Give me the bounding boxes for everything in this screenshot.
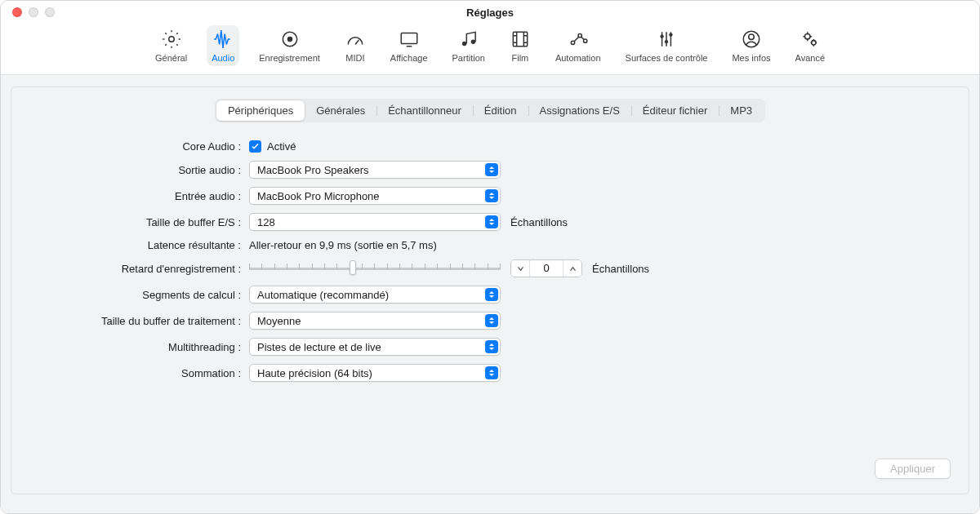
tab-sampler[interactable]: Échantillonneur <box>376 100 473 121</box>
slider-thumb[interactable] <box>350 260 356 275</box>
core-audio-toggle[interactable]: Activé <box>249 140 296 153</box>
toolbar-label: Avancé <box>795 53 826 63</box>
toolbar-item-display[interactable]: Affichage <box>385 25 433 66</box>
label-input-device: Entrée audio : <box>41 190 249 202</box>
select-value: Automatique (recommandé) <box>257 289 389 301</box>
recording-delay-stepper: 0 <box>510 259 582 277</box>
tab-general[interactable]: Générales <box>305 100 376 121</box>
toolbar-item-advanced[interactable]: Avancé <box>791 25 831 66</box>
minimize-button[interactable] <box>29 7 38 17</box>
toolbar-label: Enregistrement <box>259 53 320 63</box>
toolbar-item-movie[interactable]: Film <box>505 25 536 66</box>
settings-window: Réglages Général Audio Enregistrement MI… <box>0 0 980 514</box>
form: Core Audio : Activé Sortie audio : MacBo… <box>41 140 710 382</box>
film-icon <box>510 29 531 50</box>
toolbar-item-control-surfaces[interactable]: Surfaces de contrôle <box>621 25 713 66</box>
label-recording-delay: Retard d'enregistrement : <box>41 263 249 275</box>
gauge-icon <box>345 29 366 50</box>
record-icon <box>279 29 301 50</box>
toolbar-item-recording[interactable]: Enregistrement <box>254 25 325 66</box>
process-buffer-select[interactable]: Moyenne <box>249 312 501 330</box>
titlebar: Réglages <box>1 1 979 24</box>
toolbar: Général Audio Enregistrement MIDI Affich… <box>1 24 979 75</box>
recording-delay-unit: Échantillons <box>592 263 649 275</box>
stepper-value: 0 <box>529 260 564 277</box>
toolbar-item-automation[interactable]: Automation <box>550 25 606 66</box>
tab-devices[interactable]: Périphériques <box>216 100 305 121</box>
toolbar-label: Affichage <box>390 53 428 63</box>
svg-point-15 <box>804 34 810 40</box>
multithreading-select[interactable]: Pistes de lecture et de live <box>249 338 501 356</box>
dropdown-caret-icon <box>485 340 498 353</box>
toolbar-item-midi[interactable]: MIDI <box>340 25 371 66</box>
stepper-up-button[interactable] <box>564 260 581 277</box>
label-io-buffer: Taille de buffer E/S : <box>41 216 249 228</box>
svg-point-4 <box>462 42 466 46</box>
select-value: MacBook Pro Microphone <box>257 190 380 202</box>
dropdown-caret-icon <box>485 189 498 202</box>
io-buffer-select[interactable]: 128 <box>249 213 501 231</box>
svg-point-5 <box>470 40 474 44</box>
music-notes-icon <box>458 29 479 50</box>
svg-point-0 <box>168 37 174 42</box>
select-value: Moyenne <box>257 315 301 327</box>
label-multithreading: Multithreading : <box>41 341 249 353</box>
settings-panel: Périphériques Générales Échantillonneur … <box>11 86 969 494</box>
toolbar-item-general[interactable]: Général <box>150 25 192 66</box>
latency-value: Aller-retour en 9,9 ms (sortie en 5,7 ms… <box>249 239 437 251</box>
label-process-buffer: Taille du buffer de traitement : <box>41 315 249 327</box>
person-icon <box>741 29 762 50</box>
toolbar-label: Partition <box>452 53 485 63</box>
select-value: 128 <box>257 216 275 228</box>
tab-editing[interactable]: Édition <box>473 100 528 121</box>
dropdown-caret-icon <box>485 366 498 379</box>
io-buffer-unit: Échantillons <box>510 216 568 228</box>
gear-icon <box>161 29 182 50</box>
waveform-icon <box>212 29 234 50</box>
svg-rect-3 <box>401 33 417 43</box>
checkbox-checked-icon <box>249 140 261 153</box>
gears-icon <box>800 29 821 50</box>
dropdown-caret-icon <box>485 288 498 301</box>
output-device-select[interactable]: MacBook Pro Speakers <box>249 161 501 179</box>
label-latency: Latence résultante : <box>41 239 249 251</box>
tab-io-assignments[interactable]: Assignations E/S <box>528 100 631 121</box>
tab-file-editor[interactable]: Éditeur fichier <box>631 100 719 121</box>
processing-segments-select[interactable]: Automatique (recommandé) <box>249 286 501 304</box>
recording-delay-slider[interactable] <box>249 259 501 277</box>
toolbar-label: Surfaces de contrôle <box>626 53 708 63</box>
label-output-device: Sortie audio : <box>41 164 249 176</box>
tab-bar: Périphériques Générales Échantillonneur … <box>215 99 765 122</box>
svg-point-8 <box>578 34 581 38</box>
toolbar-label: Mes infos <box>732 53 770 63</box>
toolbar-item-score[interactable]: Partition <box>448 25 490 66</box>
close-button[interactable] <box>12 7 22 17</box>
toolbar-item-my-info[interactable]: Mes infos <box>727 25 775 66</box>
toolbar-label: Général <box>155 53 187 63</box>
svg-point-11 <box>665 40 668 43</box>
input-device-select[interactable]: MacBook Pro Microphone <box>249 187 501 205</box>
apply-button[interactable]: Appliquer <box>875 459 951 479</box>
dropdown-caret-icon <box>485 215 498 228</box>
maximize-button[interactable] <box>45 7 55 17</box>
svg-point-10 <box>660 35 663 38</box>
toolbar-item-audio[interactable]: Audio <box>207 25 239 66</box>
toolbar-label: MIDI <box>345 53 364 63</box>
automation-icon <box>568 29 589 50</box>
dropdown-caret-icon <box>485 163 498 176</box>
label-processing-segments: Segments de calcul : <box>41 289 249 301</box>
select-value: MacBook Pro Speakers <box>257 164 369 176</box>
summing-select[interactable]: Haute précision (64 bits) <box>249 364 501 382</box>
svg-point-16 <box>811 41 815 45</box>
sliders-icon <box>656 29 677 50</box>
toolbar-label: Film <box>512 53 529 63</box>
tab-mp3[interactable]: MP3 <box>719 100 764 121</box>
label-summing: Sommation : <box>41 367 249 379</box>
toolbar-label: Audio <box>212 53 234 63</box>
svg-point-7 <box>571 41 574 44</box>
label-core-audio: Core Audio : <box>41 140 249 153</box>
select-value: Pistes de lecture et de live <box>257 341 381 353</box>
stepper-down-button[interactable] <box>511 260 529 277</box>
toolbar-label: Automation <box>555 53 601 63</box>
svg-point-14 <box>749 34 755 40</box>
